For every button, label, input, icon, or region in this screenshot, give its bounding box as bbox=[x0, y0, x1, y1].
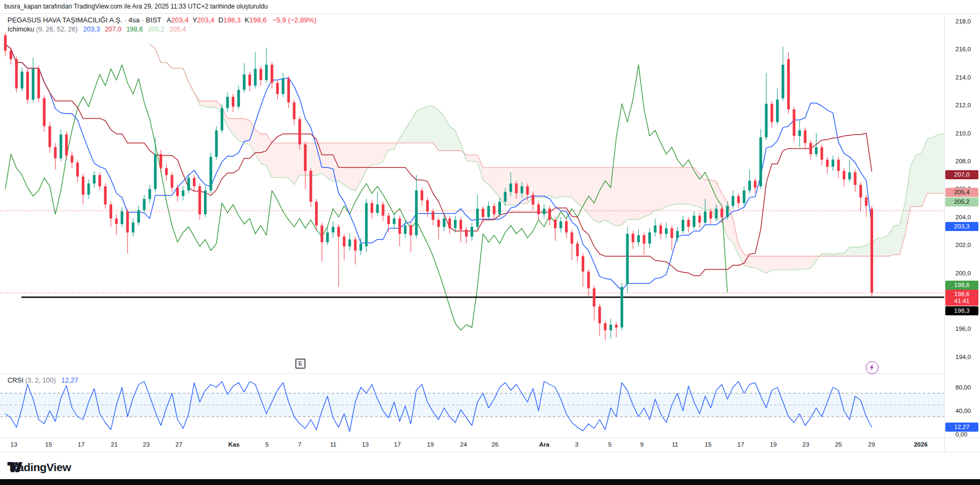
indicator-params: (9, 26, 52, 26) bbox=[36, 26, 78, 33]
time-axis-label: 11 bbox=[330, 441, 336, 448]
crsi-legend[interactable]: CRSI (3, 2, 100) 12,27 bbox=[7, 377, 78, 384]
time-axis-label: 27 bbox=[176, 441, 183, 448]
time-axis-label: 19 bbox=[427, 441, 434, 448]
time-axis-label: 13 bbox=[11, 441, 18, 448]
tradingview-chart-window: busra_kapan tarafından TradingView.com i… bbox=[0, 0, 980, 485]
price-badge: 198,6 bbox=[945, 281, 978, 290]
price-axis-label: 216,0 bbox=[955, 46, 971, 52]
lightning-glyph bbox=[866, 362, 877, 373]
indicator-value: 198,6 bbox=[126, 26, 143, 33]
time-axis-label: 3 bbox=[575, 441, 578, 448]
ohlc-values: A203,4 Y203,4 D198,3 K198,6 bbox=[167, 16, 271, 24]
symbol-title[interactable]: PEGASUS HAVA TAŞIMACILIĞI A.Ş. · 4sa · B… bbox=[7, 16, 161, 24]
pane-separator[interactable] bbox=[0, 373, 944, 374]
indicator-value: 207,0 bbox=[105, 26, 121, 33]
time-axis-label: 7 bbox=[298, 441, 301, 448]
price-axis-label: 202,0 bbox=[955, 242, 971, 248]
change-value: −5,9 (−2,89%) bbox=[272, 16, 316, 24]
indicator-value: 205,4 bbox=[169, 26, 186, 33]
price-axis-label: 208,0 bbox=[955, 158, 971, 164]
time-axis-label: 5 bbox=[608, 441, 611, 448]
indicator-values: 203,3207,0198,6205,2205,4 bbox=[83, 26, 191, 33]
crsi-axis-label: 0,00 bbox=[955, 431, 967, 438]
time-axis-label: 23 bbox=[143, 441, 150, 448]
indicator-value: 203,3 bbox=[83, 26, 100, 33]
attribution-text: busra_kapan tarafından TradingView.com i… bbox=[4, 3, 268, 10]
crsi-value: 12,27 bbox=[61, 377, 78, 384]
time-axis-label: 19 bbox=[770, 441, 777, 448]
earnings-marker[interactable]: E bbox=[295, 359, 305, 369]
time-axis-label: 26 bbox=[492, 441, 499, 448]
time-axis-label: 21 bbox=[111, 441, 118, 448]
crsi-value-badge: 12,27 bbox=[945, 423, 978, 432]
price-badge: 203,3 bbox=[945, 222, 978, 231]
crsi-chart-canvas[interactable] bbox=[0, 373, 944, 438]
indicator-legend-row[interactable]: Ichimoku (9, 26, 52, 26) 203,3207,0198,6… bbox=[7, 25, 316, 34]
price-axis-label: 214,0 bbox=[955, 74, 971, 81]
indicator-value: 205,2 bbox=[148, 26, 164, 33]
bottom-black-bar bbox=[0, 479, 980, 485]
ohlc-item: D198,3 bbox=[218, 16, 245, 24]
time-axis-label: Kas bbox=[228, 441, 239, 448]
time-axis-label: 17 bbox=[738, 441, 744, 448]
time-axis-label: 15 bbox=[705, 441, 712, 448]
price-axis-label: 196,0 bbox=[955, 325, 971, 332]
tradingview-logo-icon bbox=[7, 462, 22, 473]
ohlc-item: Y203,4 bbox=[192, 16, 218, 24]
price-badge: 198,3 bbox=[945, 306, 978, 315]
price-axis-label: 210,0 bbox=[955, 130, 971, 137]
time-axis-label: 29 bbox=[868, 441, 875, 448]
price-axis-label: 204,0 bbox=[955, 214, 971, 220]
time-axis-separator bbox=[0, 438, 979, 438]
time-axis-label: 17 bbox=[78, 441, 85, 448]
time-axis-label: 23 bbox=[803, 441, 810, 448]
time-axis-label: 25 bbox=[835, 441, 842, 448]
time-axis-label: 24 bbox=[460, 441, 467, 448]
crsi-name[interactable]: CRSI bbox=[7, 377, 23, 384]
time-axis-label: 9 bbox=[640, 441, 644, 448]
price-badge: 198,641:41 bbox=[945, 290, 978, 306]
ohlc-item: K198,6 bbox=[245, 16, 270, 24]
time-axis-label: 5 bbox=[265, 441, 269, 448]
price-axis-label: 218,0 bbox=[955, 18, 971, 25]
time-axis-label: 2026 bbox=[914, 441, 928, 448]
main-chart-canvas[interactable] bbox=[0, 13, 944, 373]
time-axis-label: Ara bbox=[539, 441, 549, 448]
price-badge: 207,0 bbox=[945, 170, 978, 179]
indicator-name[interactable]: Ichimoku bbox=[7, 26, 34, 33]
bar-replay-lightning-icon[interactable] bbox=[866, 361, 879, 374]
price-badge: 205,2 bbox=[945, 197, 978, 206]
crsi-axis-label: 40,00 bbox=[955, 408, 971, 414]
ohlc-item: A203,4 bbox=[167, 16, 192, 24]
price-axis-label: 194,0 bbox=[955, 354, 971, 360]
price-badge: 205,4 bbox=[945, 188, 978, 197]
crsi-axis-label: 80,00 bbox=[955, 384, 971, 391]
time-axis-label: 15 bbox=[45, 441, 52, 448]
tradingview-logo[interactable]: TradingView bbox=[7, 461, 71, 474]
time-axis-label: 13 bbox=[362, 441, 369, 448]
symbol-legend[interactable]: PEGASUS HAVA TAŞIMACILIĞI A.Ş. · 4sa · B… bbox=[7, 15, 316, 34]
price-axis-label: 212,0 bbox=[955, 102, 971, 108]
symbol-legend-row[interactable]: PEGASUS HAVA TAŞIMACILIĞI A.Ş. · 4sa · B… bbox=[7, 15, 316, 25]
price-axis-label: 200,0 bbox=[955, 270, 971, 276]
price-axis-separator bbox=[944, 13, 945, 451]
crsi-params: (3, 2, 100) bbox=[25, 377, 56, 384]
time-axis-label: 11 bbox=[672, 441, 678, 448]
time-axis-label: 17 bbox=[394, 441, 401, 448]
